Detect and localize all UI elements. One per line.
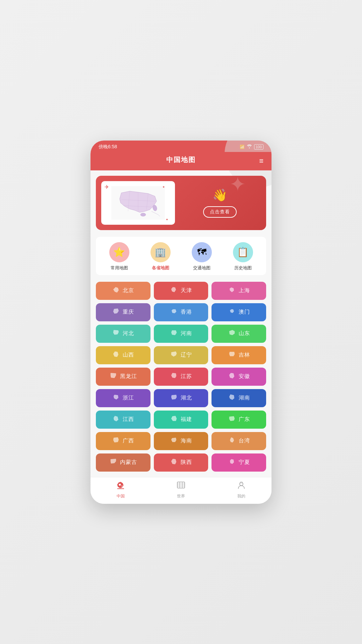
province-btn-陕西[interactable]: 陕西 bbox=[154, 453, 208, 472]
province-btn-内蒙古[interactable]: 内蒙古 bbox=[96, 453, 150, 472]
province-icon-河北 bbox=[112, 329, 120, 338]
china-map-svg bbox=[111, 186, 165, 220]
province-btn-山西[interactable]: 山西 bbox=[96, 346, 150, 364]
province-name-湖北: 湖北 bbox=[181, 394, 192, 401]
banner-deco-star1: ✦ bbox=[162, 185, 165, 189]
province-btn-广西[interactable]: 广西 bbox=[96, 432, 150, 450]
province-icon-重庆 bbox=[112, 308, 120, 317]
cat-common-icon-wrap: ⭐ bbox=[109, 242, 129, 262]
bottom-nav: 中国 世界 我的 bbox=[90, 477, 272, 504]
province-name-台湾: 台湾 bbox=[239, 437, 250, 444]
province-name-天津: 天津 bbox=[181, 287, 192, 294]
page-title: 中国地图 bbox=[166, 155, 196, 164]
province-name-江西: 江西 bbox=[123, 416, 134, 423]
cat-province-icon-wrap: 🏢 bbox=[150, 242, 171, 262]
nav-world[interactable]: 世界 bbox=[176, 481, 186, 499]
nav-china-icon bbox=[116, 481, 125, 492]
banner[interactable]: ✈ ✦ ✦ bbox=[96, 176, 266, 230]
province-btn-天津[interactable]: 天津 bbox=[154, 282, 208, 300]
province-icon-香港 bbox=[170, 308, 178, 317]
province-name-安徽: 安徽 bbox=[239, 373, 250, 380]
cat-history-icon-wrap: 📋 bbox=[233, 242, 253, 262]
view-map-button[interactable]: 点击查看 bbox=[203, 206, 237, 218]
province-name-北京: 北京 bbox=[123, 287, 134, 294]
nav-world-label: 世界 bbox=[177, 493, 185, 499]
province-btn-台湾[interactable]: 台湾 bbox=[212, 432, 266, 450]
province-icon-广西 bbox=[112, 437, 120, 445]
province-btn-北京[interactable]: 北京 bbox=[96, 282, 150, 300]
banner-right: 👋 点击查看 bbox=[179, 188, 261, 218]
province-icon-安徽 bbox=[228, 372, 236, 381]
province-name-浙江: 浙江 bbox=[123, 394, 134, 401]
svg-point-8 bbox=[121, 485, 123, 487]
province-btn-上海[interactable]: 上海 bbox=[212, 282, 266, 300]
province-btn-河北[interactable]: 河北 bbox=[96, 325, 150, 343]
nav-mine[interactable]: 我的 bbox=[237, 481, 246, 499]
cat-common-label: 常用地图 bbox=[111, 265, 128, 271]
phone-frame: 傍晚6:58 📶 100 中国地图 ≡ ✈ ✦ ✦ bbox=[90, 141, 272, 504]
province-icon-湖北 bbox=[170, 394, 178, 402]
province-btn-黑龙江[interactable]: 黑龙江 bbox=[96, 368, 150, 386]
nav-mine-icon bbox=[237, 481, 246, 492]
province-name-广东: 广东 bbox=[239, 416, 250, 423]
province-btn-江西[interactable]: 江西 bbox=[96, 411, 150, 429]
province-btn-重庆[interactable]: 重庆 bbox=[96, 303, 150, 321]
province-icon-江苏 bbox=[170, 372, 178, 381]
province-name-宁夏: 宁夏 bbox=[239, 459, 250, 466]
province-icon-山西 bbox=[112, 351, 120, 360]
province-icon-江西 bbox=[112, 415, 120, 424]
province-icon-海南 bbox=[170, 437, 178, 445]
province-btn-广东[interactable]: 广东 bbox=[212, 411, 266, 429]
province-btn-江苏[interactable]: 江苏 bbox=[154, 368, 208, 386]
nav-world-icon bbox=[176, 481, 186, 492]
cat-item-cat-common[interactable]: ⭐常用地图 bbox=[109, 242, 129, 271]
menu-icon[interactable]: ≡ bbox=[259, 157, 263, 165]
province-btn-吉林[interactable]: 吉林 bbox=[212, 346, 266, 364]
province-btn-辽宁[interactable]: 辽宁 bbox=[154, 346, 208, 364]
nav-mine-label: 我的 bbox=[237, 493, 245, 499]
top-bar: 中国地图 ≡ bbox=[90, 152, 272, 170]
province-name-福建: 福建 bbox=[181, 416, 192, 423]
svg-rect-10 bbox=[177, 482, 185, 488]
province-btn-宁夏[interactable]: 宁夏 bbox=[212, 453, 266, 472]
province-icon-福建 bbox=[170, 415, 178, 424]
province-grid: 北京天津上海重庆香港澳门河北河南山东山西辽宁吉林黑龙江江苏安徽浙江湖北湖南江西福… bbox=[96, 282, 266, 472]
province-icon-吉林 bbox=[228, 351, 236, 360]
province-name-山西: 山西 bbox=[123, 352, 134, 359]
province-icon-台湾 bbox=[228, 437, 236, 445]
province-name-吉林: 吉林 bbox=[239, 352, 250, 359]
nav-china[interactable]: 中国 bbox=[116, 481, 125, 499]
cat-item-cat-history[interactable]: 📋历史地图 bbox=[233, 242, 253, 271]
province-btn-湖南[interactable]: 湖南 bbox=[212, 389, 266, 407]
province-btn-山东[interactable]: 山东 bbox=[212, 325, 266, 343]
province-name-澳门: 澳门 bbox=[239, 309, 250, 316]
hand-wave-icon: 👋 bbox=[213, 188, 228, 202]
category-row: ⭐常用地图🏢各省地图🗺交通地图📋历史地图 bbox=[96, 237, 266, 275]
province-icon-内蒙古 bbox=[109, 458, 117, 467]
province-icon-湖南 bbox=[228, 394, 236, 402]
cat-traffic-icon-wrap: 🗺 bbox=[192, 242, 212, 262]
banner-map: ✈ ✦ ✦ bbox=[101, 181, 175, 225]
province-btn-湖北[interactable]: 湖北 bbox=[154, 389, 208, 407]
province-name-黑龙江: 黑龙江 bbox=[120, 373, 137, 380]
banner-deco-star2: ✦ bbox=[166, 218, 168, 221]
province-name-内蒙古: 内蒙古 bbox=[120, 459, 137, 466]
province-btn-福建[interactable]: 福建 bbox=[154, 411, 208, 429]
cat-item-cat-province[interactable]: 🏢各省地图 bbox=[150, 242, 171, 271]
cat-item-cat-traffic[interactable]: 🗺交通地图 bbox=[192, 242, 212, 271]
province-btn-香港[interactable]: 香港 bbox=[154, 303, 208, 321]
province-icon-山东 bbox=[228, 329, 236, 338]
province-btn-浙江[interactable]: 浙江 bbox=[96, 389, 150, 407]
cat-province-label: 各省地图 bbox=[152, 265, 169, 271]
province-name-河南: 河南 bbox=[181, 330, 192, 337]
province-btn-河南[interactable]: 河南 bbox=[154, 325, 208, 343]
status-time: 傍晚6:58 bbox=[99, 144, 117, 150]
province-icon-澳门 bbox=[228, 308, 236, 317]
province-icon-北京 bbox=[112, 286, 120, 295]
province-btn-海南[interactable]: 海南 bbox=[154, 432, 208, 450]
province-btn-安徽[interactable]: 安徽 bbox=[212, 368, 266, 386]
province-icon-黑龙江 bbox=[109, 372, 117, 381]
province-icon-辽宁 bbox=[170, 351, 178, 360]
nav-china-label: 中国 bbox=[117, 493, 125, 499]
province-btn-澳门[interactable]: 澳门 bbox=[212, 303, 266, 321]
